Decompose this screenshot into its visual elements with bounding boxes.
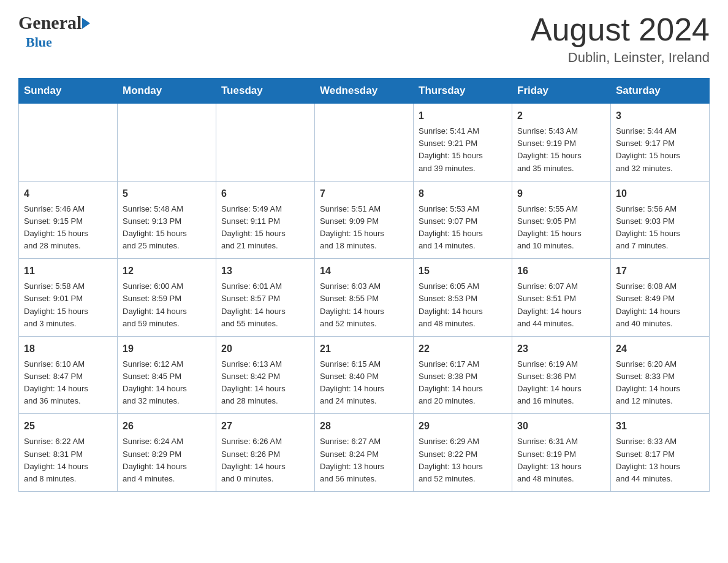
day-number: 8 (419, 186, 507, 201)
day-info: Sunrise: 6:13 AMSunset: 8:42 PMDaylight:… (221, 358, 309, 408)
day-info: Sunrise: 5:58 AMSunset: 9:01 PMDaylight:… (24, 280, 112, 330)
day-info: Sunrise: 6:01 AMSunset: 8:57 PMDaylight:… (221, 280, 309, 330)
day-number: 29 (419, 419, 507, 434)
day-info: Sunrise: 6:12 AMSunset: 8:45 PMDaylight:… (123, 358, 211, 408)
calendar-cell: 16Sunrise: 6:07 AMSunset: 8:51 PMDayligh… (512, 259, 611, 337)
day-number: 5 (123, 186, 211, 201)
day-number: 4 (24, 186, 112, 201)
calendar-cell (118, 104, 216, 182)
day-info: Sunrise: 5:56 AMSunset: 9:03 PMDaylight:… (616, 203, 704, 253)
calendar-cell: 26Sunrise: 6:24 AMSunset: 8:29 PMDayligh… (118, 414, 216, 492)
calendar-cell: 19Sunrise: 6:12 AMSunset: 8:45 PMDayligh… (118, 336, 216, 414)
calendar-cell: 13Sunrise: 6:01 AMSunset: 8:57 PMDayligh… (216, 259, 315, 337)
calendar-cell: 5Sunrise: 5:48 AMSunset: 9:13 PMDaylight… (118, 181, 216, 259)
day-number: 17 (616, 264, 704, 278)
weekday-header-friday: Friday (512, 79, 611, 104)
day-info: Sunrise: 6:29 AMSunset: 8:22 PMDaylight:… (419, 435, 507, 485)
weekday-header-tuesday: Tuesday (216, 79, 315, 104)
day-number: 7 (320, 186, 408, 201)
day-info: Sunrise: 5:51 AMSunset: 9:09 PMDaylight:… (320, 203, 408, 253)
day-number: 22 (419, 342, 507, 356)
calendar-cell: 21Sunrise: 6:15 AMSunset: 8:40 PMDayligh… (315, 336, 414, 414)
day-number: 25 (24, 419, 112, 434)
day-number: 30 (517, 419, 605, 434)
day-number: 13 (221, 264, 309, 278)
day-number: 23 (517, 342, 605, 356)
day-info: Sunrise: 6:15 AMSunset: 8:40 PMDaylight:… (320, 358, 408, 408)
day-number: 2 (517, 109, 605, 123)
day-info: Sunrise: 5:53 AMSunset: 9:07 PMDaylight:… (419, 203, 507, 253)
day-number: 26 (123, 419, 211, 434)
calendar-cell: 12Sunrise: 6:00 AMSunset: 8:59 PMDayligh… (118, 259, 216, 337)
calendar-cell (19, 104, 118, 182)
location-text: Dublin, Leinster, Ireland (531, 50, 710, 66)
day-number: 6 (221, 186, 309, 201)
day-info: Sunrise: 5:44 AMSunset: 9:17 PMDaylight:… (616, 125, 704, 175)
calendar-cell: 15Sunrise: 6:05 AMSunset: 8:53 PMDayligh… (414, 259, 512, 337)
day-info: Sunrise: 5:43 AMSunset: 9:19 PMDaylight:… (517, 125, 605, 175)
calendar-cell: 6Sunrise: 5:49 AMSunset: 9:11 PMDaylight… (216, 181, 315, 259)
weekday-header-sunday: Sunday (19, 79, 118, 104)
day-info: Sunrise: 6:05 AMSunset: 8:53 PMDaylight:… (419, 280, 507, 330)
day-info: Sunrise: 6:19 AMSunset: 8:36 PMDaylight:… (517, 358, 605, 408)
day-number: 16 (517, 264, 605, 278)
calendar-week-2: 4Sunrise: 5:46 AMSunset: 9:15 PMDaylight… (19, 181, 710, 259)
day-number: 31 (616, 419, 704, 434)
calendar-week-3: 11Sunrise: 5:58 AMSunset: 9:01 PMDayligh… (19, 259, 710, 337)
day-info: Sunrise: 5:46 AMSunset: 9:15 PMDaylight:… (24, 203, 112, 253)
day-number: 19 (123, 342, 211, 356)
day-number: 12 (123, 264, 211, 278)
page-header: G eneral Blue August 2024 Dublin, Leinst… (18, 12, 710, 66)
day-number: 11 (24, 264, 112, 278)
calendar-week-4: 18Sunrise: 6:10 AMSunset: 8:47 PMDayligh… (19, 336, 710, 414)
calendar-cell: 8Sunrise: 5:53 AMSunset: 9:07 PMDaylight… (414, 181, 512, 259)
weekday-header-monday: Monday (118, 79, 216, 104)
day-number: 9 (517, 186, 605, 201)
calendar-cell: 14Sunrise: 6:03 AMSunset: 8:55 PMDayligh… (315, 259, 414, 337)
day-info: Sunrise: 6:17 AMSunset: 8:38 PMDaylight:… (419, 358, 507, 408)
calendar-cell: 11Sunrise: 5:58 AMSunset: 9:01 PMDayligh… (19, 259, 118, 337)
calendar-cell: 4Sunrise: 5:46 AMSunset: 9:15 PMDaylight… (19, 181, 118, 259)
day-number: 18 (24, 342, 112, 356)
calendar-cell: 7Sunrise: 5:51 AMSunset: 9:09 PMDaylight… (315, 181, 414, 259)
logo: G eneral Blue (18, 12, 90, 50)
logo-flag-icon (82, 18, 90, 29)
calendar-week-5: 25Sunrise: 6:22 AMSunset: 8:31 PMDayligh… (19, 414, 710, 492)
calendar-cell: 9Sunrise: 5:55 AMSunset: 9:05 PMDaylight… (512, 181, 611, 259)
day-info: Sunrise: 6:26 AMSunset: 8:26 PMDaylight:… (221, 435, 309, 485)
day-info: Sunrise: 6:33 AMSunset: 8:17 PMDaylight:… (616, 435, 704, 485)
day-number: 10 (616, 186, 704, 201)
day-number: 27 (221, 419, 309, 434)
day-info: Sunrise: 6:27 AMSunset: 8:24 PMDaylight:… (320, 435, 408, 485)
day-info: Sunrise: 6:00 AMSunset: 8:59 PMDaylight:… (123, 280, 211, 330)
day-info: Sunrise: 5:48 AMSunset: 9:13 PMDaylight:… (123, 203, 211, 253)
day-number: 20 (221, 342, 309, 356)
calendar-cell: 23Sunrise: 6:19 AMSunset: 8:36 PMDayligh… (512, 336, 611, 414)
day-number: 3 (616, 109, 704, 123)
calendar-header-row: SundayMondayTuesdayWednesdayThursdayFrid… (19, 79, 710, 104)
calendar-cell (315, 104, 414, 182)
calendar-cell: 31Sunrise: 6:33 AMSunset: 8:17 PMDayligh… (611, 414, 710, 492)
calendar-table: SundayMondayTuesdayWednesdayThursdayFrid… (18, 78, 710, 492)
weekday-header-thursday: Thursday (414, 79, 512, 104)
day-number: 14 (320, 264, 408, 278)
logo-blue-text: Blue (26, 34, 52, 50)
day-info: Sunrise: 5:49 AMSunset: 9:11 PMDaylight:… (221, 203, 309, 253)
day-number: 1 (419, 109, 507, 123)
day-info: Sunrise: 6:20 AMSunset: 8:33 PMDaylight:… (616, 358, 704, 408)
calendar-cell: 10Sunrise: 5:56 AMSunset: 9:03 PMDayligh… (611, 181, 710, 259)
day-number: 28 (320, 419, 408, 434)
calendar-cell (216, 104, 315, 182)
title-block: August 2024 Dublin, Leinster, Ireland (531, 12, 710, 66)
day-info: Sunrise: 6:08 AMSunset: 8:49 PMDaylight:… (616, 280, 704, 330)
month-title: August 2024 (531, 12, 710, 47)
day-number: 24 (616, 342, 704, 356)
day-info: Sunrise: 5:41 AMSunset: 9:21 PMDaylight:… (419, 125, 507, 175)
weekday-header-saturday: Saturday (611, 79, 710, 104)
day-info: Sunrise: 6:03 AMSunset: 8:55 PMDaylight:… (320, 280, 408, 330)
calendar-cell: 2Sunrise: 5:43 AMSunset: 9:19 PMDaylight… (512, 104, 611, 182)
calendar-cell: 25Sunrise: 6:22 AMSunset: 8:31 PMDayligh… (19, 414, 118, 492)
calendar-cell: 30Sunrise: 6:31 AMSunset: 8:19 PMDayligh… (512, 414, 611, 492)
calendar-cell: 20Sunrise: 6:13 AMSunset: 8:42 PMDayligh… (216, 336, 315, 414)
calendar-cell: 18Sunrise: 6:10 AMSunset: 8:47 PMDayligh… (19, 336, 118, 414)
